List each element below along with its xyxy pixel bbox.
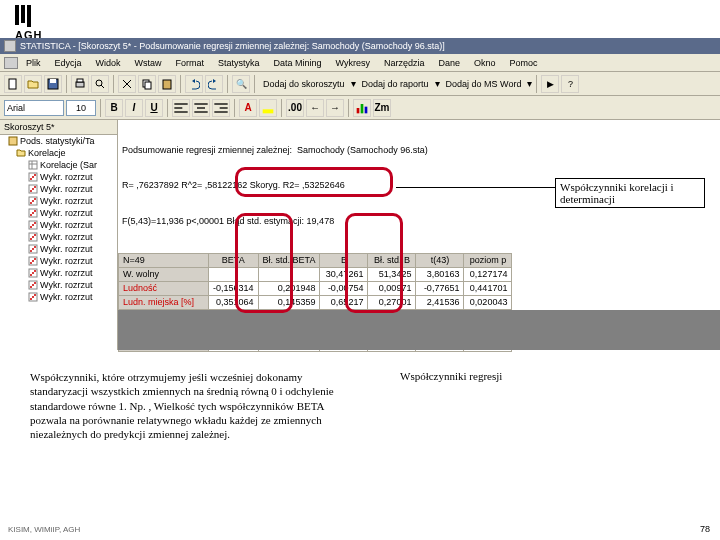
size-select[interactable] [66,100,96,116]
svg-point-67 [32,284,34,286]
menubar: Plik Edycja Widok Wstaw Format Statystyk… [0,54,720,72]
menu-window[interactable]: Okno [468,56,502,70]
copy-button[interactable] [138,75,156,93]
tree-tab[interactable]: Skoroszyt 5* [0,120,117,135]
menu-insert[interactable]: Wstaw [129,56,168,70]
cut-button[interactable] [118,75,136,93]
print-button[interactable] [71,75,89,93]
align-right-button[interactable] [212,99,230,117]
svg-rect-4 [77,79,83,82]
tree-item[interactable]: Wykr. rozrzut [0,219,117,231]
align-left-button[interactable] [172,99,190,117]
workbook-tree[interactable]: Skoroszyt 5* Pods. statystyki/TaKorelacj… [0,120,118,350]
svg-point-38 [30,202,32,204]
svg-point-55 [32,248,34,250]
svg-point-30 [30,178,32,180]
svg-point-47 [32,224,34,226]
svg-point-32 [34,174,36,176]
app-icon [4,40,16,52]
fill-color-button[interactable] [259,99,277,117]
format-decimals-button[interactable]: .00 [286,99,304,117]
tree-item[interactable]: Wykr. rozrzut [0,183,117,195]
tree-item[interactable]: Wykr. rozrzut [0,231,117,243]
annotation-regression-coef: Współczynniki regresji [400,370,600,382]
control-icon[interactable] [4,57,18,69]
menu-view[interactable]: Widok [90,56,127,70]
svg-point-52 [34,234,36,236]
paste-button[interactable] [158,75,176,93]
svg-point-62 [30,274,32,276]
bold-button[interactable]: B [105,99,123,117]
macro-button[interactable]: ▶ [541,75,559,93]
menu-datamining[interactable]: Data Mining [268,56,328,70]
svg-rect-10 [145,82,151,89]
tree-item[interactable]: Korelacje [0,147,117,159]
table-row[interactable]: W. wolny30,4726151,34253,801630,127174 [119,267,512,281]
svg-point-63 [32,272,34,274]
find-button[interactable]: 🔍 [232,75,250,93]
italic-button[interactable]: I [125,99,143,117]
svg-rect-26 [29,161,37,169]
svg-rect-11 [163,80,171,89]
tree-item[interactable]: Pods. statystyki/Ta [0,135,117,147]
preview-button[interactable] [91,75,109,93]
svg-rect-24 [365,106,368,113]
svg-rect-25 [9,137,17,145]
menu-format[interactable]: Format [170,56,211,70]
font-color-button[interactable]: A [239,99,257,117]
svg-point-56 [34,246,36,248]
redo-button[interactable] [205,75,223,93]
svg-point-42 [30,214,32,216]
window-titlebar: STATISTICA - [Skoroszyt 5* - Podsumowani… [0,38,720,54]
font-select[interactable] [4,100,64,116]
decrease-decimal-button[interactable]: → [326,99,344,117]
tree-item[interactable]: Wykr. rozrzut [0,195,117,207]
svg-point-43 [32,212,34,214]
increase-decimal-button[interactable]: ← [306,99,324,117]
tree-item[interactable]: Wykr. rozrzut [0,279,117,291]
menu-data[interactable]: Dane [433,56,467,70]
help-button[interactable]: ? [561,75,579,93]
tree-item[interactable]: Korelacje (Sar [0,159,117,171]
add-to-report[interactable]: Dodaj do raportu [358,77,433,91]
svg-rect-3 [76,82,84,87]
table-row[interactable]: Ludność-0,1563140,201948-0,007540,00971-… [119,281,512,295]
svg-point-34 [30,190,32,192]
open-button[interactable] [24,75,42,93]
svg-point-71 [32,296,34,298]
svg-rect-0 [9,79,16,89]
menu-charts[interactable]: Wykresy [330,56,376,70]
add-to-workbook[interactable]: Dodaj do skoroszytu [259,77,349,91]
tree-item[interactable]: Wykr. rozrzut [0,255,117,267]
table-row[interactable]: Ludn. miejska [%]0,3510640,1453590,65217… [119,295,512,309]
svg-point-46 [30,226,32,228]
svg-point-64 [34,270,36,272]
menu-tools[interactable]: Narzędzia [378,56,431,70]
underline-button[interactable]: U [145,99,163,117]
svg-point-31 [32,176,34,178]
main-toolbar: 🔍 Dodaj do skoroszytu▾ Dodaj do raportu▾… [0,72,720,96]
chart-button[interactable] [353,99,371,117]
tree-item[interactable]: Wykr. rozrzut [0,171,117,183]
vars-button[interactable]: Zm [373,99,391,117]
menu-edit[interactable]: Edycja [49,56,88,70]
svg-point-39 [32,200,34,202]
page-number: 78 [700,524,710,534]
svg-point-66 [30,286,32,288]
tree-item[interactable]: Wykr. rozrzut [0,267,117,279]
tree-item[interactable]: Wykr. rozrzut [0,291,117,303]
svg-point-59 [32,260,34,262]
undo-button[interactable] [185,75,203,93]
svg-point-58 [30,262,32,264]
menu-file[interactable]: Plik [20,56,47,70]
align-center-button[interactable] [192,99,210,117]
tree-item[interactable]: Wykr. rozrzut [0,243,117,255]
add-to-word[interactable]: Dodaj do MS Word [442,77,526,91]
svg-point-50 [30,238,32,240]
tree-item[interactable]: Wykr. rozrzut [0,207,117,219]
new-button[interactable] [4,75,22,93]
svg-point-51 [32,236,34,238]
menu-help[interactable]: Pomoc [504,56,544,70]
save-button[interactable] [44,75,62,93]
menu-statistics[interactable]: Statystyka [212,56,266,70]
